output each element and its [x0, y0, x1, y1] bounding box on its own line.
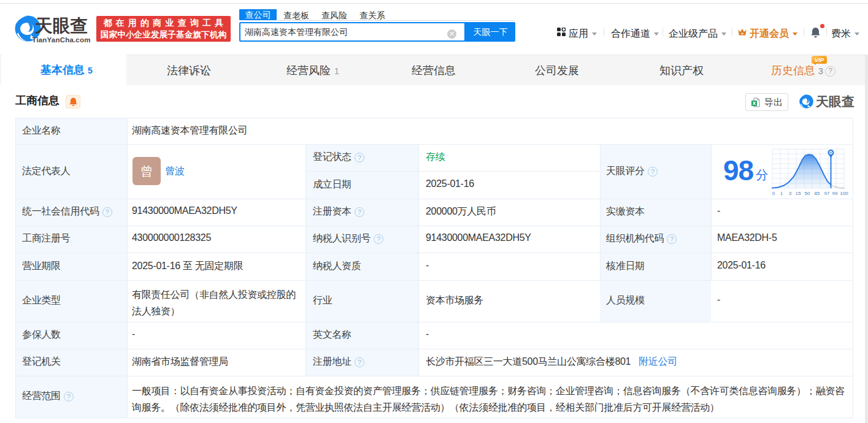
svg-text:85: 85: [815, 191, 820, 196]
svg-text:1: 1: [780, 191, 783, 196]
svg-text:50: 50: [805, 191, 810, 196]
svg-text:3: 3: [789, 191, 792, 196]
svg-text:97: 97: [824, 191, 830, 196]
svg-text:15: 15: [796, 191, 801, 196]
svg-text:100: 100: [840, 191, 848, 196]
svg-text:99: 99: [832, 191, 838, 196]
svg-text:0: 0: [772, 191, 775, 196]
